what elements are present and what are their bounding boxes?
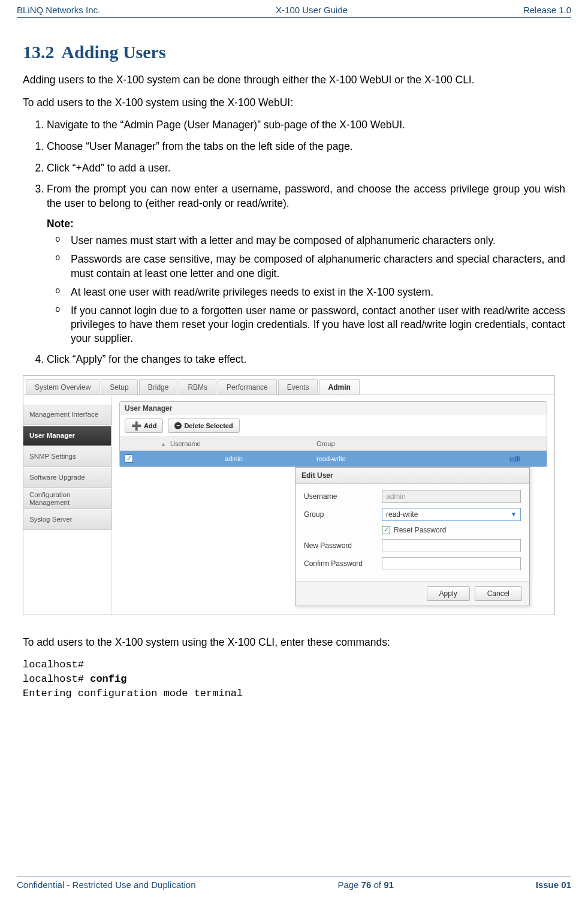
note-item: At least one user with read/write privil… [71, 285, 565, 299]
webui-steps-list-tail: Click “Apply” for the changes to take ef… [47, 353, 565, 367]
intro-paragraph: Adding users to the X-100 system can be … [23, 73, 565, 88]
step-item: Navigate to the “Admin Page (User Manage… [47, 118, 565, 133]
label-new-password: New Password [304, 541, 382, 550]
section-heading: 13.2 Adding Users [23, 42, 565, 62]
sidebar-item-snmp-settings[interactable]: SNMP Settings [23, 447, 111, 467]
sidebar-item-configuration-management[interactable]: Configuration Management [23, 489, 111, 509]
tab-performance[interactable]: Performance [218, 379, 277, 395]
cli-line: localhost# [23, 659, 84, 670]
label-username: Username [304, 492, 382, 501]
th-actions [505, 437, 547, 450]
step-item: Click “+Add” to add a user. [47, 161, 565, 176]
reset-password-checkbox[interactable]: ✓ [382, 526, 390, 534]
sidebar-item-management-interface[interactable]: Management Interface [23, 405, 111, 425]
cancel-button[interactable]: Cancel [475, 586, 522, 601]
header-right: Release 1.0 [523, 5, 571, 15]
add-button[interactable]: ➕ Add [125, 419, 163, 433]
main-pane: User Manager ➕ Add − Delete Selected [112, 395, 554, 615]
plus-icon: ➕ [131, 422, 141, 430]
tab-setup[interactable]: Setup [101, 379, 137, 395]
webui-steps-list-cont: Choose “User Manager” from the tabs on t… [47, 140, 565, 211]
th-checkbox [120, 437, 156, 450]
chevron-down-icon: ▼ [511, 511, 517, 517]
tab-rbms[interactable]: RBMs [179, 379, 216, 395]
sidebar-item-user-manager[interactable]: User Manager [23, 426, 111, 446]
section-number: 13.2 [23, 42, 55, 62]
row-edit-link[interactable]: edit [509, 455, 520, 462]
tab-bridge[interactable]: Bridge [139, 379, 178, 395]
dialog-body: Username Group read-write ▼ [295, 484, 529, 581]
edit-user-dialog: Edit User Username Group read-write ▼ [295, 467, 530, 606]
footer-left: Confidential - Restricted Use and Duplic… [17, 880, 195, 890]
label-confirm-password: Confirm Password [304, 559, 382, 568]
tab-admin[interactable]: Admin [319, 379, 359, 395]
note-item: User names must start with a letter and … [71, 234, 565, 248]
apply-button[interactable]: Apply [427, 586, 470, 601]
delete-selected-label: Delete Selected [184, 422, 233, 429]
panel-title: User Manager [120, 402, 547, 415]
sidebar-item-software-upgrade[interactable]: Software Upgrade [23, 468, 111, 488]
tab-events[interactable]: Events [278, 379, 318, 395]
note-label: Note: [47, 218, 565, 230]
header-left: BLiNQ Networks Inc. [17, 5, 100, 15]
th-username[interactable]: ▲ Username [156, 437, 312, 450]
row-group: read-write [312, 451, 505, 466]
cli-lead-paragraph: To add users to the X-100 system using t… [23, 636, 565, 650]
row-checkbox[interactable]: ✓ [125, 454, 133, 463]
group-select[interactable]: read-write ▼ [382, 508, 521, 521]
section-title: Adding Users [61, 42, 165, 62]
th-group[interactable]: Group [312, 437, 505, 450]
minus-icon: − [174, 422, 182, 429]
dialog-title: Edit User [295, 468, 529, 484]
th-username-label: Username [170, 440, 201, 447]
cli-block: localhost# localhost# config Entering co… [23, 658, 565, 700]
group-select-value: read-write [386, 510, 418, 519]
panel-button-row: ➕ Add − Delete Selected [120, 415, 547, 437]
embedded-webui-screenshot: System Overview Setup Bridge RBMs Perfor… [23, 375, 555, 615]
notes-list: User names must start with a letter and … [71, 234, 565, 345]
confirm-password-field[interactable] [382, 557, 521, 570]
ui-body: Management Interface User Manager SNMP S… [23, 395, 554, 615]
label-group: Group [304, 510, 382, 519]
step-item: Click “Apply” for the changes to take ef… [47, 353, 565, 367]
page-content: 13.2 Adding Users Adding users to the X-… [17, 42, 571, 701]
table-row[interactable]: ✓ admin read-write edit [120, 451, 547, 466]
add-button-label: Add [144, 422, 156, 429]
page-header: BLiNQ Networks Inc. X-100 User Guide Rel… [17, 0, 571, 18]
sort-asc-icon: ▲ [161, 441, 166, 447]
top-tab-bar: System Overview Setup Bridge RBMs Perfor… [23, 376, 554, 395]
footer-right: Issue 01 [536, 880, 571, 890]
table-header: ▲ Username Group [120, 437, 547, 451]
webui-lead-paragraph: To add users to the X-100 system using t… [23, 96, 565, 110]
cli-line: Entering configuration mode terminal [23, 688, 243, 699]
label-reset-password: Reset Password [394, 526, 446, 534]
new-password-field[interactable] [382, 539, 521, 552]
page-footer: Confidential - Restricted Use and Duplic… [17, 877, 571, 890]
tab-system-overview[interactable]: System Overview [26, 379, 99, 395]
header-center: X-100 User Guide [276, 5, 348, 15]
sidebar-item-syslog-server[interactable]: Syslog Server [23, 510, 111, 530]
note-item: If you cannot login due to a forgotten u… [71, 304, 565, 345]
note-item: Passwords are case sensitive, may be com… [71, 252, 565, 280]
step-item: From the prompt you can now enter a user… [47, 182, 565, 210]
step-item: Choose “User Manager” from the tabs on t… [47, 140, 565, 154]
row-username: admin [156, 451, 312, 466]
side-tabs: Management Interface User Manager SNMP S… [23, 395, 112, 615]
dialog-button-row: Apply Cancel [295, 581, 529, 606]
footer-page: Page 76 of 91 [337, 880, 393, 890]
username-field[interactable] [382, 490, 521, 503]
webui-steps-list: Navigate to the “Admin Page (User Manage… [47, 118, 565, 133]
delete-selected-button[interactable]: − Delete Selected [168, 419, 239, 433]
cli-line: localhost# config [23, 673, 126, 685]
user-manager-panel: User Manager ➕ Add − Delete Selected [119, 401, 547, 467]
